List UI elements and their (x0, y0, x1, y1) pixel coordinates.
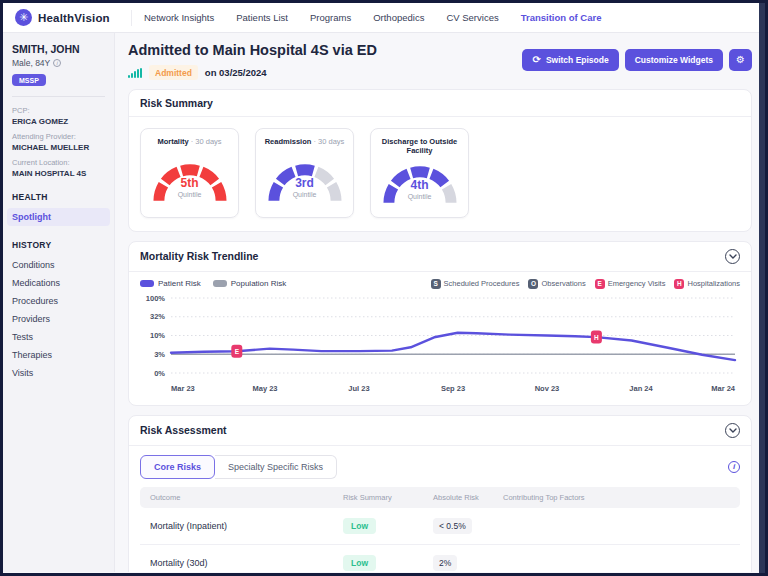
page-title: Admitted to Main Hospital 4S via ED (128, 42, 377, 58)
main-content: Admitted to Main Hospital 4S via ED Admi… (115, 33, 765, 572)
customize-widgets-button[interactable]: Customize Widgets (625, 49, 723, 71)
svg-text:Mar 23: Mar 23 (171, 384, 195, 393)
outcome-cell: Mortality (Inpatient) (140, 508, 335, 545)
risk-assessment-title: Risk Assessment (140, 424, 227, 436)
svg-text:Sep 23: Sep 23 (441, 384, 465, 393)
collapse-trendline-button[interactable] (725, 249, 740, 264)
patient-demographics: Male, 84Y (12, 58, 50, 68)
mortality-gauge-card[interactable]: Mortality · 30 days 5th Quintile (140, 128, 239, 218)
patient-info-icon[interactable]: i (53, 59, 61, 67)
sidebar-item-providers[interactable]: Providers (7, 310, 110, 328)
gauge-unit: Quintile (263, 191, 347, 198)
svg-text:3%: 3% (154, 350, 165, 359)
gauge-unit: Quintile (378, 193, 462, 200)
vertical-scrollbar[interactable] (759, 3, 765, 573)
nav-item-cv-services[interactable]: CV Services (446, 12, 498, 23)
outcome-cell: Mortality (30d) (140, 544, 335, 572)
sidebar-item-tests[interactable]: Tests (7, 328, 110, 346)
nav-item-orthopedics[interactable]: Orthopedics (373, 12, 424, 23)
svg-text:Jul 23: Jul 23 (348, 384, 369, 393)
observations-label: Observations (541, 279, 585, 288)
nav-item-transition-of-care[interactable]: Transition of Care (521, 12, 602, 23)
risk-level-badge: Low (343, 555, 376, 571)
sidebar-item-visits[interactable]: Visits (7, 364, 110, 382)
gauge-value: 4th (378, 178, 462, 192)
hospitalizations-icon: H (674, 279, 684, 289)
table-row[interactable]: Mortality (Inpatient) Low < 0.5% (140, 508, 740, 545)
customize-widgets-label: Customize Widgets (635, 55, 713, 65)
refresh-icon: ⟳ (532, 55, 540, 65)
patient-sidebar: SMITH, JOHN Male, 84Y i MSSP PCP: ERICA … (3, 33, 115, 572)
series-legend: Patient Risk Population Risk (140, 279, 286, 288)
location-label: Current Location: (12, 158, 105, 167)
app-window: ✳ HealthVision Network Insights Patients… (0, 0, 768, 576)
sidebar-item-conditions[interactable]: Conditions (7, 256, 110, 274)
nav-item-patients-list[interactable]: Patients List (236, 12, 288, 23)
gauge-title: Discharge to Outside Facility (382, 137, 457, 155)
table-row[interactable]: Mortality (30d) Low 2% (140, 544, 740, 572)
mortality-risk-trendline-chart[interactable]: 100%32%10%3%0%Mar 23May 23Jul 23Sep 23No… (135, 291, 743, 395)
nav-divider (131, 10, 132, 26)
col-header-absolute-risk: Absolute Risk (425, 487, 495, 508)
hospitalizations-label: Hospitalizations (687, 279, 740, 288)
app-name: HealthVision (38, 12, 110, 24)
nav-item-programs[interactable]: Programs (310, 12, 351, 23)
history-section-title: HISTORY (12, 240, 105, 250)
sidebar-item-medications[interactable]: Medications (7, 274, 110, 292)
patient-risk-legend-label: Patient Risk (158, 279, 201, 288)
app-logo[interactable]: ✳ HealthVision (15, 9, 123, 26)
absolute-risk-value: < 0.5% (433, 518, 472, 534)
col-header-outcome: Outcome (140, 487, 335, 508)
sidebar-item-therapies[interactable]: Therapies (7, 346, 110, 364)
switch-episode-button[interactable]: ⟳ Switch Episode (522, 49, 618, 71)
status-badge: Admitted (149, 65, 198, 80)
gauge-value: 3rd (263, 176, 347, 190)
svg-text:100%: 100% (146, 293, 166, 302)
svg-text:Jan 24: Jan 24 (629, 384, 653, 393)
col-header-contributing-factors: Contributing Top Factors (495, 487, 740, 508)
svg-text:H: H (594, 333, 599, 340)
plan-badge: MSSP (12, 74, 46, 86)
sidebar-item-spotlight[interactable]: Spotlight (7, 208, 110, 226)
svg-text:May 23: May 23 (252, 384, 277, 393)
risk-table: Outcome Risk Summary Absolute Risk Contr… (140, 487, 740, 572)
location-value: MAIN HOSPITAL 4S (12, 169, 105, 178)
nav-menu: Network Insights Patients List Programs … (144, 12, 601, 23)
trendline-card: Mortality Risk Trendline Patient Risk Po… (128, 241, 752, 406)
event-legend: SScheduled Procedures OObservations EEme… (431, 279, 740, 289)
settings-button[interactable]: ⚙ (729, 49, 752, 71)
readmission-gauge-card[interactable]: Readmission · 30 days 3rd Quintile (255, 128, 354, 218)
sidebar-divider (12, 96, 105, 97)
trendline-title: Mortality Risk Trendline (140, 250, 258, 262)
health-section-title: HEALTH (12, 192, 105, 202)
pcp-label: PCP: (12, 106, 105, 115)
tab-core-risks[interactable]: Core Risks (140, 455, 215, 479)
risk-tabs: Core Risks Specialty Specific Risks (140, 455, 337, 479)
collapse-risk-assessment-button[interactable] (725, 423, 740, 438)
attending-value: MICHAEL MUELLER (12, 143, 105, 152)
scheduled-procedures-icon: S (431, 279, 441, 289)
gauge-value: 5th (148, 176, 232, 190)
risk-info-icon[interactable]: i (728, 461, 740, 473)
sidebar-item-procedures[interactable]: Procedures (7, 292, 110, 310)
nav-item-network-insights[interactable]: Network Insights (144, 12, 214, 23)
discharge-gauge-card[interactable]: Discharge to Outside Facility 4th Quinti… (370, 128, 469, 218)
attending-label: Attending Provider: (12, 132, 105, 141)
gauge-unit: Quintile (148, 191, 232, 198)
gear-icon: ⚙ (736, 55, 745, 65)
patient-risk-swatch (140, 280, 154, 287)
svg-text:32%: 32% (150, 312, 165, 321)
svg-text:10%: 10% (150, 331, 165, 340)
observations-icon: O (528, 279, 538, 289)
gauge-period: · 30 days (313, 137, 344, 146)
col-header-risk-summary: Risk Summary (335, 487, 425, 508)
tab-specialty-specific-risks[interactable]: Specialty Specific Risks (215, 455, 337, 479)
pcp-value: ERICA GOMEZ (12, 117, 105, 126)
risk-summary-card: Risk Summary Mortality · 30 days 5th Qui… (128, 89, 752, 232)
risk-assessment-card: Risk Assessment Core Risks Specialty Spe… (128, 415, 752, 572)
patient-name: SMITH, JOHN (12, 43, 105, 55)
admission-date: on 03/25/2024 (205, 67, 267, 78)
switch-episode-label: Switch Episode (546, 55, 609, 65)
population-risk-legend-label: Population Risk (231, 279, 287, 288)
gauge-title: Mortality (157, 137, 188, 146)
